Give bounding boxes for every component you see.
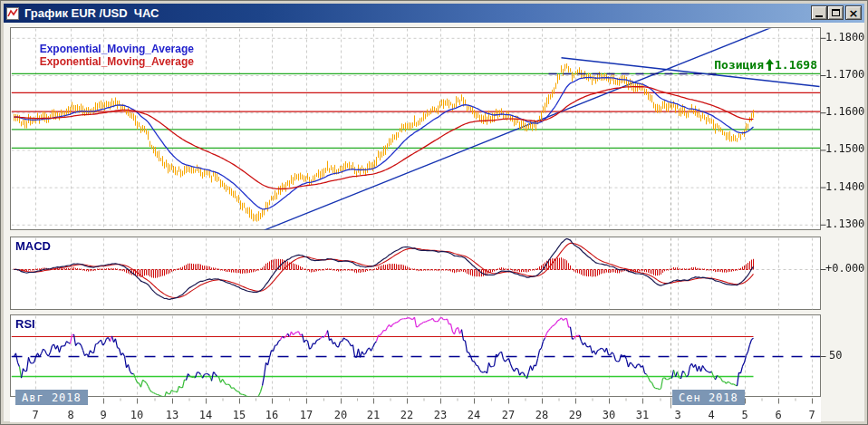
price-axis-label: 1.1600 [825, 105, 864, 118]
month-badge-sep: Сен 2018 [672, 390, 745, 405]
maximize-icon [832, 9, 840, 16]
chart-window: График EUR /USD ЧАС × Exponential_Moving… [0, 0, 868, 425]
price-axis-label: 1.1700 [825, 68, 864, 81]
position-text: Позиция [714, 58, 764, 72]
price-axis-label: 1.1800 [825, 31, 864, 43]
date-tick-label: 13 [166, 409, 178, 421]
price-axis-label: 1.1300 [825, 217, 864, 230]
date-tick-label: 30 [603, 409, 615, 421]
rsi-panel[interactable]: RSI [10, 314, 821, 397]
legend-ema-slow: Exponential_Moving_Average [40, 55, 194, 68]
minimize-button[interactable] [811, 5, 827, 20]
date-tick-label: 10 [130, 409, 143, 421]
ema-legend: Exponential_Moving_Average Exponential_M… [15, 30, 197, 81]
date-tick-label: 23 [434, 409, 447, 421]
up-arrow-icon [766, 59, 774, 71]
macd-zero-label: +0.000 [825, 262, 864, 275]
date-tick-label: 17 [300, 409, 313, 421]
date-tick-label: 14 [199, 409, 212, 421]
date-tick-label: 24 [468, 409, 480, 421]
date-tick-label: 9 [100, 409, 106, 421]
position-label: Позиция 1.1698 [714, 58, 817, 72]
chart-client-area: Exponential_Moving_Average Exponential_M… [4, 23, 864, 421]
date-tick-label: 29 [569, 409, 582, 421]
date-tick-label: 4 [708, 409, 714, 421]
date-tick-label: 28 [535, 409, 548, 421]
date-tick-label: 7 [32, 409, 38, 421]
price-axis-label: 1.1500 [825, 142, 864, 155]
date-tick-label: 6 [775, 409, 781, 421]
maximize-button[interactable] [827, 5, 844, 20]
price-chart-panel[interactable]: Exponential_Moving_Average Exponential_M… [10, 27, 821, 230]
date-tick-label: 22 [400, 409, 413, 421]
chart-icon [6, 7, 19, 20]
rsi-50-label: 50 [829, 349, 842, 362]
date-tick-label: 20 [334, 409, 347, 421]
date-tick-label: 8 [67, 409, 73, 421]
date-tick-label: 27 [502, 409, 515, 421]
rsi-label: RSI [15, 317, 35, 331]
date-tick-label: 7 [808, 409, 815, 421]
date-tick-label: 15 [233, 409, 246, 421]
macd-label: MACD [15, 239, 51, 253]
date-tick-label: 21 [367, 409, 380, 421]
window-title: График EUR /USD ЧАС [24, 6, 159, 20]
minimize-icon [815, 15, 823, 17]
close-button[interactable]: × [845, 5, 862, 20]
position-value: 1.1698 [775, 58, 817, 72]
month-badge-aug: Авг 2018 [15, 390, 88, 405]
window-controls: × [811, 5, 862, 20]
date-tick-label: 5 [741, 409, 747, 421]
price-axis-label: 1.1400 [825, 180, 864, 193]
date-tick-label: 16 [265, 409, 278, 421]
legend-ema-fast: Exponential_Moving_Average [40, 43, 194, 55]
macd-panel[interactable]: MACD [10, 237, 821, 310]
title-bar[interactable]: График EUR /USD ЧАС × [4, 4, 864, 23]
date-tick-label: 31 [636, 409, 649, 421]
date-tick-label: 3 [674, 409, 680, 421]
close-icon: × [849, 7, 859, 19]
